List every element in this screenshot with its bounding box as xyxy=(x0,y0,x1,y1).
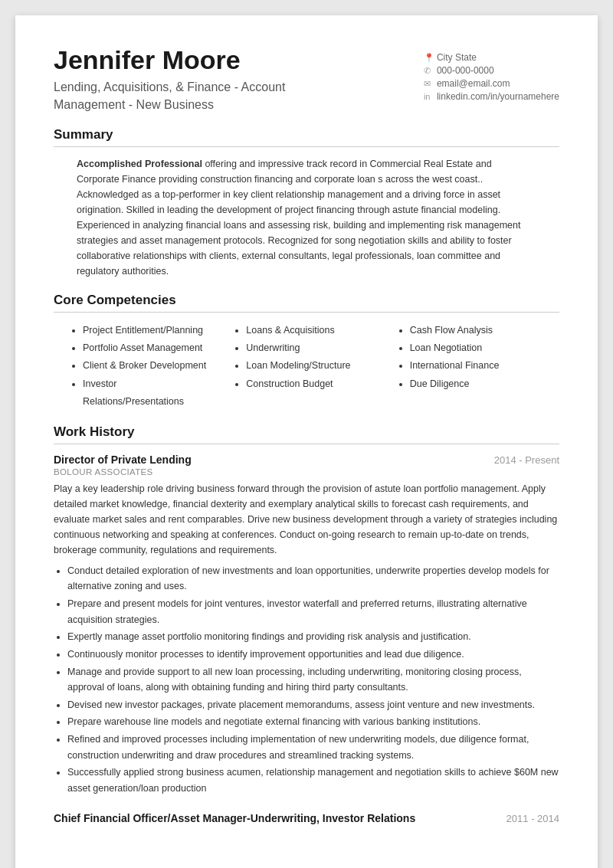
job-1-header: Director of Private Lending 2014 - Prese… xyxy=(54,454,559,466)
list-item: Cash Flow Analysis xyxy=(410,322,544,339)
list-item: Project Entitlement/Planning xyxy=(83,322,217,339)
candidate-title: Lending, Acquisitions, & Finance - Accou… xyxy=(54,79,285,113)
competencies-list-1: Project Entitlement/Planning Portfolio A… xyxy=(69,322,217,411)
email-icon: ✉ xyxy=(424,79,433,89)
candidate-name: Jennifer Moore xyxy=(54,46,285,74)
summary-heading: Summary xyxy=(54,127,559,147)
job-1: Director of Private Lending 2014 - Prese… xyxy=(54,454,559,797)
list-item: Client & Broker Development xyxy=(83,357,217,375)
bullet-item: Successfully applied strong business acu… xyxy=(67,765,559,796)
list-item: Due Diligence xyxy=(410,375,544,393)
list-item: Portfolio Asset Management xyxy=(83,339,217,357)
title-line1: Lending, Acquisitions, & Finance - Accou… xyxy=(54,80,285,93)
competencies-col-3: Cash Flow Analysis Loan Negotiation Inte… xyxy=(388,322,552,411)
summary-body: Accomplished Professional offering and i… xyxy=(54,156,559,279)
list-item: Loan Negotiation xyxy=(410,339,544,357)
list-item: International Finance xyxy=(410,357,544,375)
competencies-col-2: Loans & Acquisitions Underwriting Loan M… xyxy=(225,322,388,411)
phone-icon: ✆ xyxy=(424,66,433,76)
competencies-col-1: Project Entitlement/Planning Portfolio A… xyxy=(61,322,225,411)
job-1-description: Play a key leadership role driving busin… xyxy=(54,481,559,558)
job-2-dates: 2011 - 2014 xyxy=(506,813,559,824)
list-item: Investor Relations/Presentations xyxy=(83,375,217,411)
summary-rest: offering and impressive track record in … xyxy=(77,159,521,277)
contact-email: ✉ email@email.com xyxy=(424,78,559,89)
location-icon: 📍 xyxy=(424,53,433,63)
summary-bold-intro: Accomplished Professional xyxy=(77,159,202,169)
list-item: Construction Budget xyxy=(246,375,380,393)
competencies-list-3: Cash Flow Analysis Loan Negotiation Inte… xyxy=(396,322,544,393)
list-item: Loans & Acquisitions xyxy=(246,322,380,339)
contact-info: 📍 City State ✆ 000-000-0000 ✉ email@emai… xyxy=(424,46,559,104)
summary-section: Summary Accomplished Professional offeri… xyxy=(54,127,559,279)
job-1-company: BOLOUR ASSOCIATES xyxy=(54,467,559,477)
bullet-item: Conduct detailed exploration of new inve… xyxy=(67,563,559,594)
job-2-title: Chief Financial Officer/Asset Manager-Un… xyxy=(54,812,415,824)
contact-location: 📍 City State xyxy=(424,52,559,63)
bullet-item: Prepare warehouse line models and negoti… xyxy=(67,714,559,730)
competencies-section: Core Competencies Project Entitlement/Pl… xyxy=(54,293,559,411)
competencies-list-2: Loans & Acquisitions Underwriting Loan M… xyxy=(232,322,380,393)
job-2-header: Chief Financial Officer/Asset Manager-Un… xyxy=(54,812,559,824)
bullet-item: Expertly manage asset portfolio monitori… xyxy=(67,629,559,645)
bullet-item: Manage and provide support to all new lo… xyxy=(67,664,559,696)
title-line2: Management - New Business xyxy=(54,98,214,111)
bullet-item: Devised new investor packages, private p… xyxy=(67,697,559,713)
contact-phone: ✆ 000-000-0000 xyxy=(424,65,559,76)
list-item: Underwriting xyxy=(246,339,380,357)
job-1-dates: 2014 - Present xyxy=(494,454,559,466)
bullet-item: Continuously monitor processes to identi… xyxy=(67,647,559,663)
header-left: Jennifer Moore Lending, Acquisitions, & … xyxy=(54,46,285,113)
competencies-grid: Project Entitlement/Planning Portfolio A… xyxy=(54,322,559,411)
linkedin-icon: in xyxy=(424,92,433,101)
header-section: Jennifer Moore Lending, Acquisitions, & … xyxy=(54,46,559,113)
bullet-item: Prepare and present models for joint ven… xyxy=(67,596,559,627)
work-history-heading: Work History xyxy=(54,424,559,444)
competencies-heading: Core Competencies xyxy=(54,293,559,313)
job-2: Chief Financial Officer/Asset Manager-Un… xyxy=(54,812,559,824)
job-1-bullets: Conduct detailed exploration of new inve… xyxy=(54,563,559,797)
work-history-section: Work History Director of Private Lending… xyxy=(54,424,559,824)
resume-page: Jennifer Moore Lending, Acquisitions, & … xyxy=(15,15,598,868)
list-item: Loan Modeling/Structure xyxy=(246,357,380,375)
bullet-item: Refined and improved processes including… xyxy=(67,732,559,763)
job-1-title: Director of Private Lending xyxy=(54,454,192,466)
contact-linkedin: in linkedin.com/in/yournamehere xyxy=(424,91,559,102)
